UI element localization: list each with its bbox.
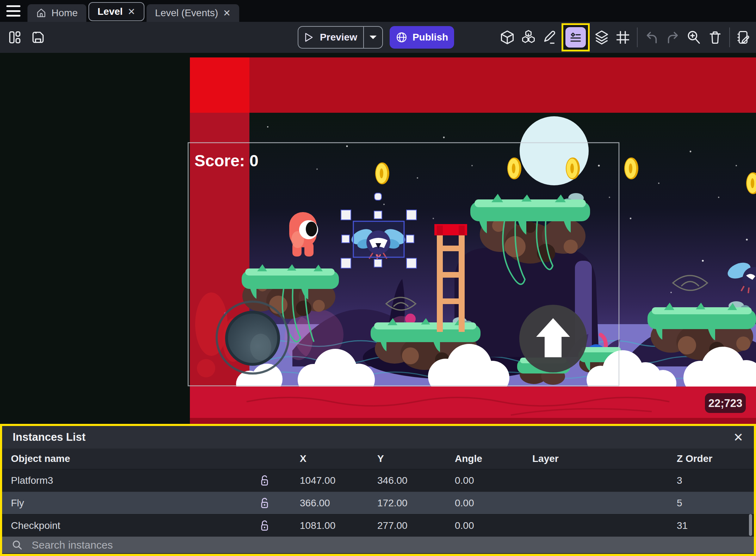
jump-button[interactable]: [519, 305, 587, 372]
close-icon[interactable]: ✕: [223, 8, 231, 18]
tab-label: Home: [51, 7, 78, 19]
instance-angle[interactable]: 0.00: [455, 475, 532, 486]
publish-button[interactable]: Publish: [390, 26, 454, 49]
score-text: Score: 0: [194, 152, 259, 170]
instances-list-panel: Instances List ✕ Object name X Y Angle L…: [0, 424, 756, 556]
redo-icon[interactable]: [664, 28, 682, 47]
instance-z-order[interactable]: 31: [677, 520, 754, 531]
instance-y[interactable]: 277.00: [377, 520, 455, 531]
unlock-icon: [259, 497, 270, 509]
instance-z-order[interactable]: 5: [677, 498, 754, 509]
edit-properties-icon[interactable]: [735, 28, 753, 47]
home-icon: [36, 8, 47, 18]
lock-cell[interactable]: [259, 474, 300, 487]
instance-angle[interactable]: 0.00: [455, 498, 532, 509]
search-icon: [12, 540, 23, 550]
instances-list-icon[interactable]: [565, 27, 586, 48]
toolbar: Preview Publish: [0, 22, 756, 53]
platform-island-right[interactable]: [647, 301, 756, 360]
layers-icon[interactable]: [593, 28, 611, 47]
search-instances-input[interactable]: [32, 539, 595, 551]
tab-label: Level: [98, 6, 123, 17]
scene-editor-canvas[interactable]: Score: 0 22;723: [0, 53, 756, 424]
panel-title: Instances List: [13, 431, 86, 444]
table-row[interactable]: Fly 366.00 172.00 0.00 5: [2, 492, 754, 514]
panel-scrollbar[interactable]: [749, 514, 752, 536]
preview-label: Preview: [320, 32, 357, 43]
unlock-icon: [259, 474, 270, 487]
toolbar-divider: [637, 27, 638, 47]
undo-icon[interactable]: [643, 28, 661, 47]
instance-x[interactable]: 1047.00: [300, 475, 377, 486]
svg-text:22;723: 22;723: [708, 397, 743, 409]
globe-icon: [396, 31, 408, 43]
tab-bar: Home Level ✕ Level (Events) ✕: [0, 0, 756, 22]
instance-z-order[interactable]: 3: [677, 475, 754, 486]
toolbar-divider: [729, 27, 730, 47]
instances-search-bar: [2, 537, 754, 553]
trash-icon[interactable]: [706, 28, 724, 47]
close-icon[interactable]: ✕: [733, 431, 744, 443]
instance-name: Fly: [11, 498, 259, 509]
tab-level[interactable]: Level ✕: [88, 2, 144, 21]
instances-table-header: Object name X Y Angle Layer Z Order: [2, 449, 754, 469]
tab-level-events[interactable]: Level (Events) ✕: [147, 4, 239, 22]
table-row[interactable]: Platform3 1047.00 346.00 0.00 3: [2, 469, 754, 492]
instance-x[interactable]: 1081.00: [300, 520, 377, 531]
layout-panels-icon[interactable]: [8, 30, 22, 44]
joystick-control[interactable]: [217, 302, 289, 373]
instance-angle[interactable]: 0.00: [455, 520, 532, 531]
unlock-icon: [259, 519, 270, 532]
edit-pencil-icon[interactable]: [540, 28, 559, 47]
rotation-handle: [374, 193, 382, 200]
publish-label: Publish: [413, 32, 448, 43]
close-icon[interactable]: ✕: [128, 7, 135, 16]
instance-x[interactable]: 366.00: [300, 498, 377, 509]
play-icon: [304, 32, 314, 42]
object-cube-icon[interactable]: [498, 28, 516, 47]
preview-dropdown-button[interactable]: [363, 27, 382, 48]
preview-button[interactable]: Preview: [298, 26, 383, 49]
instance-y[interactable]: 346.00: [377, 475, 455, 486]
instance-y[interactable]: 172.00: [377, 498, 455, 509]
save-icon[interactable]: [31, 30, 45, 44]
menu-icon[interactable]: [6, 5, 20, 17]
instance-name: Platform3: [11, 475, 259, 486]
grid-icon[interactable]: [614, 28, 632, 47]
table-row[interactable]: Checkpoint 1081.00 277.00 0.00 31: [2, 514, 754, 537]
instances-table-body: Platform3 1047.00 346.00 0.00 3 Fly: [2, 469, 754, 537]
objects-stack-icon[interactable]: [519, 28, 538, 47]
tab-home[interactable]: Home: [27, 4, 86, 22]
fly-enemy-selected[interactable]: [349, 221, 408, 261]
top-red-wall[interactable]: [249, 57, 756, 113]
instance-name: Checkpoint: [11, 520, 259, 531]
instances-list-tool-highlight: [562, 23, 590, 51]
lock-cell[interactable]: [259, 497, 300, 509]
bottom-red-ground[interactable]: [190, 387, 756, 424]
lock-cell[interactable]: [259, 519, 300, 532]
editor-window: Home Level ✕ Level (Events) ✕: [0, 0, 756, 556]
tab-label: Level (Events): [155, 7, 218, 19]
zoom-in-icon[interactable]: [685, 28, 703, 47]
chevron-down-icon: [369, 35, 377, 39]
cursor-coordinates-badge: 22;723: [705, 393, 746, 413]
